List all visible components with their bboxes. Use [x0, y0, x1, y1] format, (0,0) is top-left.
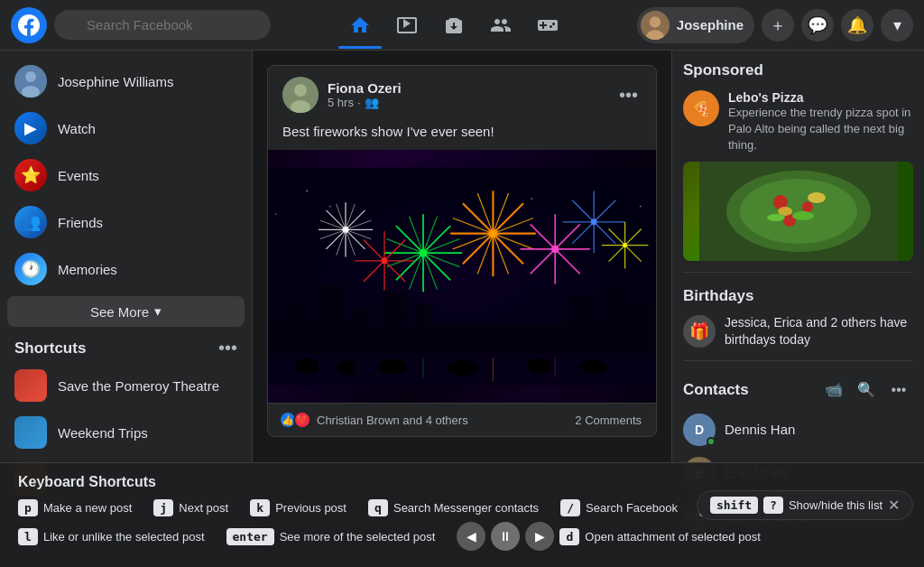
key-k: k — [250, 499, 270, 516]
online-indicator — [707, 437, 716, 446]
svg-point-114 — [329, 206, 331, 208]
avatar — [641, 11, 670, 40]
kb-item-d: ◀ ⏸ ▶ d Open attachment of selected post — [457, 522, 760, 551]
sidebar-item-events[interactable]: ⭐ Events — [7, 152, 245, 199]
shortcut-weekend[interactable]: Weekend Trips — [7, 409, 245, 456]
key-j-label: Next post — [179, 501, 228, 515]
friends-label: Friends — [58, 215, 103, 230]
profile-name: Josephine Williams — [58, 74, 173, 89]
nav-gaming-button[interactable] — [526, 4, 569, 47]
contacts-more-button[interactable]: ••• — [884, 376, 913, 404]
post-reactions[interactable]: 👍 ❤️ Christian Brown and 4 others — [282, 411, 468, 429]
menu-button[interactable]: ▾ — [881, 9, 913, 42]
svg-point-117 — [275, 213, 277, 215]
shortcut-pomeroy[interactable]: Save the Pomeroy Theatre — [7, 362, 245, 409]
birthdays-title: Birthdays — [683, 280, 913, 311]
svg-point-127 — [808, 192, 826, 203]
contacts-search-button[interactable]: 🔍 — [852, 376, 881, 404]
divider-2 — [683, 360, 913, 361]
biz-name: Lebo's Pizza — [728, 90, 913, 105]
pomeroy-thumbnail — [14, 369, 47, 402]
svg-point-24 — [528, 358, 551, 373]
svg-point-20 — [295, 358, 319, 373]
nav-center — [271, 4, 637, 47]
nav-video-button[interactable] — [385, 4, 429, 47]
keyboard-row-2: l Like or unlike the selected post enter… — [18, 522, 906, 551]
svg-point-4 — [25, 71, 36, 82]
notifications-button[interactable]: 🔔 — [841, 9, 873, 42]
key-slash-label: Search Facebook — [586, 501, 678, 515]
sidebar-item-friends[interactable]: 👥 Friends — [7, 199, 245, 246]
post-author-avatar[interactable] — [282, 77, 319, 113]
kb-item-enter: enter See more of the selected post — [226, 528, 436, 545]
svg-point-113 — [306, 191, 308, 192]
key-j: j — [153, 499, 173, 516]
svg-point-129 — [792, 211, 814, 220]
media-pause-button[interactable]: ⏸ — [491, 522, 520, 551]
add-button[interactable]: ＋ — [762, 9, 794, 42]
key-q: q — [368, 499, 388, 516]
post-footer: 👍 ❤️ Christian Brown and 4 others 2 Comm… — [268, 403, 656, 436]
sponsored-image[interactable] — [683, 162, 913, 261]
media-prev-button[interactable]: ◀ — [457, 522, 485, 551]
events-label: Events — [58, 168, 99, 183]
top-navigation: 🔍 Josephine ＋ 💬 🔔 ▾ — [0, 0, 924, 51]
weekend-label: Weekend Trips — [58, 425, 148, 441]
sidebar-item-watch[interactable]: ▶ Watch — [7, 105, 245, 152]
contact-dennis[interactable]: D Dennis Han — [683, 408, 913, 451]
username-label: Josephine — [677, 17, 744, 33]
user-profile-button[interactable]: Josephine — [637, 7, 754, 43]
memories-icon: 🕐 — [14, 253, 47, 285]
svg-point-125 — [802, 201, 813, 212]
birthday-item[interactable]: 🎁 Jessica, Erica and 2 others have birth… — [683, 311, 913, 353]
post-image[interactable] — [268, 150, 656, 403]
sidebar-item-memories[interactable]: 🕐 Memories — [7, 246, 245, 293]
nav-home-button[interactable] — [338, 4, 382, 47]
facebook-logo[interactable] — [11, 7, 47, 43]
key-k-label: Previous post — [275, 501, 346, 515]
dennis-avatar-wrapper: D — [683, 414, 716, 446]
contacts-title: Contacts — [683, 381, 749, 399]
friends-icon-small: 👥 — [365, 96, 379, 109]
divider — [683, 272, 913, 273]
nav-groups-button[interactable] — [479, 4, 522, 47]
sponsored-text: Lebo's Pizza Experience the trendy pizza… — [728, 90, 913, 154]
nav-marketplace-button[interactable] — [432, 4, 476, 47]
post-options-button[interactable]: ••• — [615, 81, 642, 109]
show-hide-close-button[interactable]: ✕ — [888, 497, 900, 514]
post-author-info: Fiona Ozeri 5 hrs · 👥 — [282, 77, 402, 113]
contacts-video-button[interactable]: 📹 — [819, 376, 848, 404]
post-author-details: Fiona Ozeri 5 hrs · 👥 — [328, 80, 402, 109]
comments-count[interactable]: 2 Comments — [575, 414, 642, 427]
post-time: 5 hrs · 👥 — [328, 96, 402, 109]
contacts-actions: 📹 🔍 ••• — [819, 376, 913, 404]
show-hide-contacts-bar: shift ? Show/hide this list ✕ — [697, 490, 913, 520]
post-author-name: Fiona Ozeri — [328, 80, 402, 96]
svg-point-123 — [740, 179, 857, 244]
key-slash: / — [560, 499, 580, 516]
birthday-text: Jessica, Erica and 2 others have birthda… — [725, 314, 913, 349]
sponsored-logo: 🍕 — [683, 90, 719, 126]
key-d: d — [559, 528, 579, 545]
post-text: Best fireworks show I've ever seen! — [268, 124, 656, 150]
shortcuts-title: Shortcuts — [14, 339, 86, 358]
weekend-thumbnail — [14, 416, 47, 449]
avatar — [14, 65, 47, 98]
pomeroy-label: Save the Pomeroy Theatre — [58, 378, 219, 394]
post-header: Fiona Ozeri 5 hrs · 👥 ••• — [268, 66, 656, 124]
key-p-label: Make a new post — [43, 501, 132, 515]
sponsored-item[interactable]: 🍕 Lebo's Pizza Experience the trendy piz… — [683, 87, 913, 162]
messenger-button[interactable]: 💬 — [801, 9, 834, 42]
shortcuts-more-button[interactable]: ••• — [218, 338, 237, 358]
kb-item-j: j Next post — [153, 499, 228, 516]
sidebar-item-profile[interactable]: Josephine Williams — [7, 58, 245, 105]
search-input[interactable] — [54, 10, 271, 40]
watch-icon: ▶ — [14, 112, 47, 144]
fireworks-image — [268, 150, 656, 403]
kb-item-p: p Make a new post — [18, 499, 132, 516]
key-enter: enter — [226, 528, 274, 545]
reaction-icons: 👍 ❤️ — [282, 411, 311, 429]
svg-point-1 — [650, 16, 661, 27]
see-more-button[interactable]: See More ▾ — [7, 296, 245, 327]
media-next-button[interactable]: ▶ — [525, 522, 554, 551]
